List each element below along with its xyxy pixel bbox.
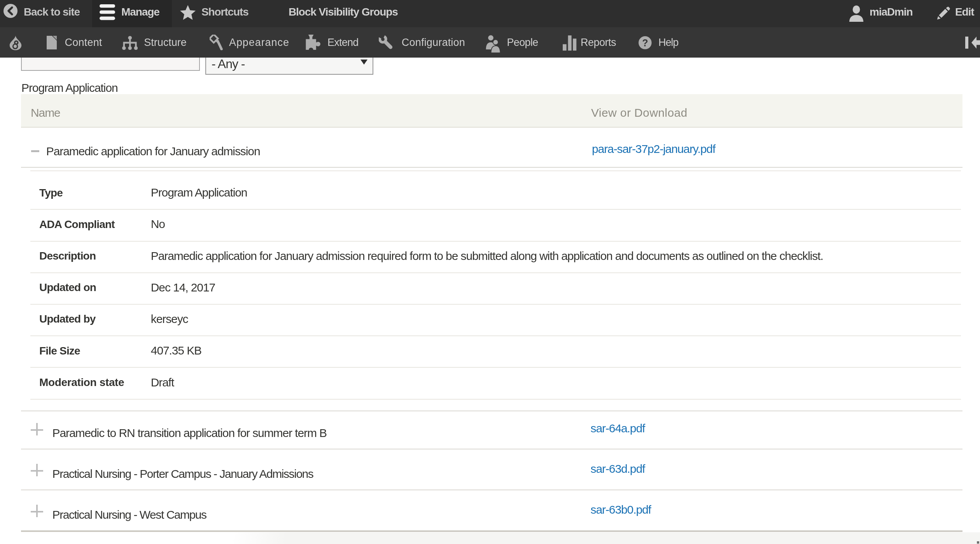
svg-text:?: ?	[642, 37, 648, 48]
